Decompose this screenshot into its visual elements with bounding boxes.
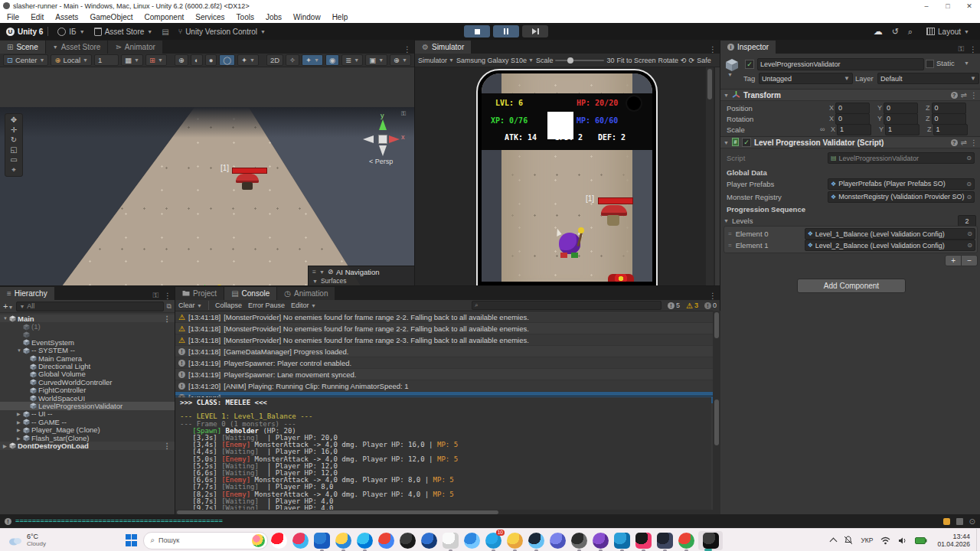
position-x-field[interactable]: 0 [835, 103, 870, 114]
hierarchy-item-empty[interactable] [0, 331, 175, 338]
gizmo-lock-icon[interactable]: ⚿ [401, 110, 406, 118]
search-highlight-image[interactable] [252, 534, 265, 547]
script-foldout[interactable]: ▼ [724, 140, 729, 145]
foldout-arrow[interactable]: ▼ [17, 348, 23, 353]
wifi-icon[interactable] [880, 536, 890, 545]
transform-tool-button[interactable]: ⌖ [11, 165, 16, 174]
taskbar-app-chrome-profile[interactable] [675, 533, 697, 549]
console-panel-menu-icon[interactable]: ⋮ [706, 292, 720, 300]
scene-menu-icon[interactable]: ⋮ [164, 442, 175, 450]
transform-help-icon[interactable]: ? [951, 92, 958, 99]
scale-link-icon[interactable]: ∞ [820, 126, 829, 133]
status-cache-server-icon[interactable] [956, 518, 963, 525]
transform-presets-icon[interactable]: ⇌ [961, 91, 967, 99]
start-button[interactable] [126, 534, 138, 546]
foldout-arrow[interactable]: ▶ [17, 427, 23, 432]
menu-assets[interactable]: Assets [55, 13, 78, 21]
object-picker-icon[interactable]: ⊙ [966, 181, 972, 187]
hierarchy-item-global-volume[interactable]: Global Volume [0, 370, 175, 378]
gizmo-y-cone[interactable] [379, 119, 387, 130]
status-message[interactable]: ========================================… [15, 517, 223, 524]
foldout-arrow[interactable]: ▶ [17, 411, 23, 416]
console-log-row[interactable]: ![13:41:19]PlayerSpawner: Player control… [175, 357, 720, 369]
console-log-row[interactable]: ![13:41:19]PlayerSpawner: Lane movement … [175, 369, 720, 380]
hierarchy-item-flash-star-clone-[interactable]: ▶Flash_star(Clone) [0, 434, 175, 442]
pause-button[interactable] [493, 25, 519, 37]
taskbar-app-word[interactable] [311, 533, 332, 549]
tab-project[interactable]: Project [175, 287, 224, 300]
gizmo-down-cone[interactable] [379, 145, 387, 156]
close-button[interactable]: ✕ [959, 2, 980, 10]
script-object-field[interactable]: ▤ LevelProgressionValidator⊙ [828, 152, 975, 164]
taskbar-app-unity-hub[interactable] [698, 531, 723, 550]
taskbar-app-dark-square-app[interactable] [654, 533, 675, 549]
gizmo-left-cone[interactable] [363, 135, 374, 143]
console-vscrollbar[interactable] [713, 311, 720, 510]
taskbar-app-opera[interactable] [268, 533, 289, 549]
console-log-row[interactable]: ⚠[13:41:18][MonsterProvider] No enemies … [175, 334, 720, 346]
taskbar-app-rider[interactable] [632, 533, 654, 549]
status-progress-icon[interactable]: ⊙ [969, 517, 975, 526]
add-component-button[interactable]: Add Component [797, 279, 906, 293]
console-clear-button[interactable]: Clear ▼ [178, 302, 202, 309]
taskbar-weather-widget[interactable]: 6°C Cloudy [0, 533, 46, 548]
tag-dropdown[interactable]: Untagged▼ [759, 73, 853, 84]
device-dropdown[interactable]: Samsung Galaxy S10e▼ [456, 57, 534, 64]
foldout-arrow[interactable]: ▼ [3, 316, 9, 321]
simulator-vscrollbar[interactable] [706, 67, 714, 285]
step-button[interactable] [522, 25, 548, 37]
scale-z-field[interactable]: 1 [933, 124, 968, 135]
rect-tool-button[interactable]: ▭ [10, 155, 17, 164]
list-remove-button[interactable]: − [962, 255, 978, 266]
hierarchy-item-curvedworldcontroller[interactable]: CurvedWorldController [0, 378, 175, 386]
view-tool-button[interactable]: ✥ [11, 116, 17, 124]
console-warning-count[interactable]: ⚠3 [686, 302, 698, 310]
foldout-arrow[interactable]: ▶ [17, 419, 23, 425]
scene-visibility-eye-icon[interactable]: ◉ [325, 54, 339, 66]
tab-animator[interactable]: ⋗Animator [108, 41, 162, 54]
tab-hierarchy[interactable]: ≡ Hierarchy [0, 287, 54, 300]
console-log-row[interactable]: ⚠[13:41:18][MonsterProvider] No enemies … [175, 311, 720, 323]
camera-dropdown-icon[interactable]: ▣▼ [365, 54, 387, 66]
script-component-header[interactable]: ▼ # ✓ Level Progression Validator (Scrip… [720, 136, 980, 148]
hierarchy-menu-icon[interactable]: ⋮ [161, 292, 175, 300]
hierarchy-item-main[interactable]: ▼Main⋮ [0, 315, 175, 322]
simulator-viewport[interactable]: LVL: 6 HP: 20/20 XP: 0/76 MP: 60/60 ATK:… [415, 67, 715, 285]
tab-inspector[interactable]: i Inspector [720, 41, 776, 54]
console-collapse-toggle[interactable]: Collapse [215, 302, 242, 309]
console-error-pause-toggle[interactable]: Error Pause [248, 302, 285, 309]
drag-handle-icon[interactable]: = [726, 230, 734, 237]
create-object-button[interactable]: +▼ [3, 302, 13, 311]
taskbar-app-frame-app[interactable] [439, 533, 461, 549]
script-help-icon[interactable]: ? [951, 139, 958, 146]
gizmos-dropdown-icon[interactable]: ⊕▼ [390, 54, 411, 66]
play-stop-button[interactable] [464, 25, 490, 37]
scale-slider[interactable] [555, 60, 604, 61]
object-field[interactable]: ❖PlayerPrefabs (Player Prefabs SO)⊙ [828, 178, 975, 190]
account-menu[interactable]: ІБ▼ [53, 26, 89, 37]
console-log-row[interactable]: ![13:41:18][GameDataManager] Progress lo… [175, 346, 720, 357]
persp-label[interactable]: < Persp [369, 158, 393, 165]
hierarchy-item-worldspaceui[interactable]: WorldSpaceUI [0, 394, 175, 402]
transform-foldout[interactable]: ▼ [724, 93, 729, 98]
taskbar-app-purple-app[interactable] [590, 533, 611, 549]
hierarchy-item-directional-light[interactable]: Directional Light [0, 362, 175, 370]
menu-edit[interactable]: Edit [31, 13, 44, 21]
scene-menu-icon[interactable]: ⋮ [164, 315, 175, 323]
object-picker-icon[interactable]: ⊙ [967, 194, 972, 201]
element-object-field[interactable]: ❖Level_1_Balance (Level Validation Confi… [805, 228, 975, 240]
editor-statusbar[interactable]: ! ======================================… [0, 514, 980, 528]
highlight-toggle-icon[interactable]: ✦▼ [302, 54, 323, 66]
taskbar-app-media-app[interactable] [568, 533, 590, 549]
tab-scene[interactable]: ⊞Scene [0, 41, 45, 54]
menu-tools[interactable]: Tools [237, 13, 254, 21]
taskbar-app-chrome-canary[interactable] [504, 533, 525, 549]
2d-toggle[interactable]: 2D [266, 54, 283, 66]
hierarchy-item-eventsystem[interactable]: EventSystem [0, 338, 175, 346]
tool-handle-rotation-dropdown[interactable]: ⊕Local▼ [51, 54, 92, 66]
package-manager-icon[interactable]: ▤ [157, 26, 173, 37]
hierarchy-item-main-camera[interactable]: Main Camera [0, 354, 175, 362]
menu-help[interactable]: Help [332, 13, 348, 21]
taskbar-app-blue-app[interactable] [418, 533, 439, 549]
inspector-lock-icon[interactable]: ⚿ [956, 44, 966, 54]
